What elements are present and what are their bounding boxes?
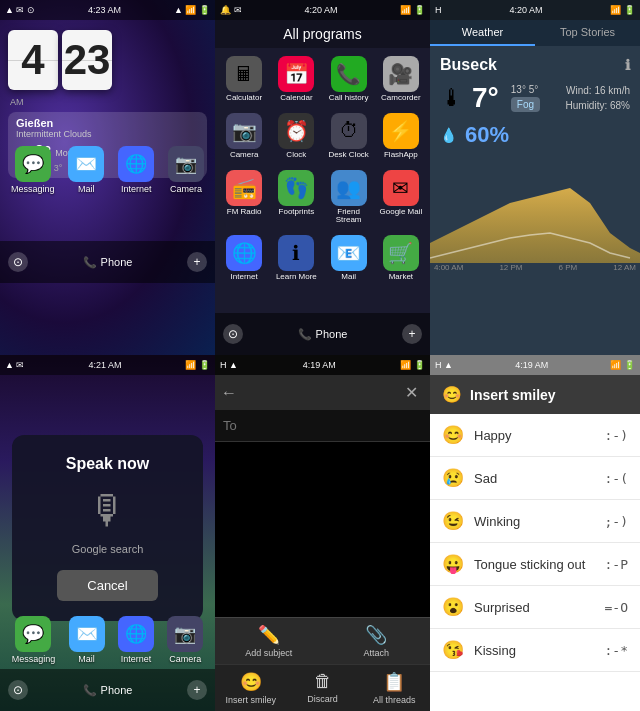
app-learnmore[interactable]: ℹ Learn More [271,231,321,286]
footprints-icon: 👣 [278,170,314,206]
app-camera[interactable]: 📷 Camera [219,109,269,164]
app-calculator[interactable]: 🖩 Calculator [219,52,269,107]
tab-top-stories[interactable]: Top Stories [535,20,640,46]
learnmore-label: Learn More [276,273,317,282]
voice-status-left: ▲ ✉ [5,360,24,370]
app-market[interactable]: 🛒 Market [376,231,426,286]
app-flash[interactable]: ⚡ FlashApp [376,109,426,164]
fmradio-icon: 📻 [226,170,262,206]
to-input[interactable] [215,410,430,442]
surprised-code: =-O [605,600,628,615]
voice-cancel-button[interactable]: Cancel [57,570,157,601]
smiley-tongue[interactable]: 😛 Tongue sticking out :-P [430,543,640,586]
insert-smiley-button[interactable]: 😊 Insert smiley [215,665,287,711]
rain-icon: 💧 [440,127,457,143]
v-camera-icon: 📷 [167,616,203,652]
home-status-left: ▲ ✉ ⊙ [5,5,35,15]
smiley-status-bar: H ▲ 4:19 AM 📶 🔋 [430,355,640,375]
compose-body[interactable] [215,442,430,642]
voice-status-time: 4:21 AM [88,360,121,370]
tab-weather[interactable]: Weather [430,20,535,46]
smiley-happy[interactable]: 😊 Happy :-) [430,414,640,457]
voice-back-btn[interactable]: ⊙ [8,680,28,700]
camera-icon: 📷 [168,146,204,182]
smiley-sad[interactable]: 😢 Sad :-( [430,457,640,500]
smiley-winking[interactable]: 😉 Winking ;-) [430,500,640,543]
home-icon-camera[interactable]: 📷 Camera [168,146,204,194]
chart-svg [430,163,640,263]
calculator-label: Calculator [226,94,262,103]
app-gmail[interactable]: ✉ Google Mail [376,166,426,230]
all-threads-button[interactable]: 📋 All threads [358,665,430,711]
winking-code: ;-) [605,514,628,529]
weather-status-time: 4:20 AM [509,5,542,15]
friendstream-icon: 👥 [331,170,367,206]
kissing-code: :-* [605,643,628,658]
home-screen: ▲ ✉ ⊙ 4:23 AM ▲ 📶 🔋 4 23 AM Gießen Inter… [0,0,215,355]
app-calendar[interactable]: 📅 Calendar [271,52,321,107]
home-icon-messaging[interactable]: 💬 Messaging [11,146,55,194]
market-label: Market [389,273,413,282]
app-clock[interactable]: ⏰ Clock [271,109,321,164]
home-icon-internet[interactable]: 🌐 Internet [118,146,154,194]
dock-phone-label: Phone [101,256,133,268]
smiley-surprised[interactable]: 😮 Surprised =-O [430,586,640,629]
weather-main: Buseck ℹ 🌡 7° 13° 5° Fog Wind: 16 km/h H… [430,46,640,158]
clock-hour: 4 [8,30,58,90]
insert-smiley-icon: 😊 [240,671,262,693]
add-subject-button[interactable]: ✏️ Add subject [215,618,323,664]
deskclock-icon: ⏱ [331,113,367,149]
discard-button[interactable]: 🗑 Discard [287,665,359,711]
apps-back-btn[interactable]: ⊙ [223,324,243,344]
voice-internet-icon[interactable]: 🌐 Internet [118,616,154,664]
weather-tabs: Weather Top Stories [430,20,640,46]
app-callhistory[interactable]: 📞 Call history [324,52,374,107]
calendar-label: Calendar [280,94,312,103]
app-internet[interactable]: 🌐 Internet [219,231,269,286]
voice-messaging-icon[interactable]: 💬 Messaging [12,616,56,664]
apps-add-btn[interactable]: + [402,324,422,344]
apps-phone-label: Phone [316,328,348,340]
weather-status-bar: H 4:20 AM 📶 🔋 [430,0,640,20]
home-icon-mail[interactable]: ✉️ Mail [68,146,104,194]
compose-toolbar: ✏️ Add subject 📎 Attach 😊 Insert smiley … [215,617,430,711]
voice-add-btn[interactable]: + [187,680,207,700]
rain-pct: 60% [465,122,509,148]
internet-app-label: Internet [231,273,258,282]
dock-phone[interactable]: 📞 Phone [83,256,133,269]
compose-status-right: 📶 🔋 [400,360,425,370]
voice-phone[interactable]: 📞 Phone [83,684,133,697]
chart-label-1: 4:00 AM [434,263,463,272]
apps-dock: ⊙ 📞 Phone + [215,313,430,355]
compose-close-icon[interactable]: ✕ [399,381,424,404]
app-fmradio[interactable]: 📻 FM Radio [219,166,269,230]
weather-city: Gießen [16,117,199,129]
all-threads-icon: 📋 [383,671,405,693]
camera-app-icon: 📷 [226,113,262,149]
friendstream-label: Friend Stream [326,208,372,226]
all-threads-label: All threads [373,695,416,705]
sad-emoji: 😢 [442,467,464,489]
app-camcorder[interactable]: 🎥 Camcorder [376,52,426,107]
tongue-emoji: 😛 [442,553,464,575]
app-deskclock[interactable]: ⏱ Desk Clock [324,109,374,164]
add-subject-label: Add subject [245,648,292,658]
voice-camera-icon[interactable]: 📷 Camera [167,616,203,664]
dock-back[interactable]: ⊙ [8,252,28,272]
app-friendstream[interactable]: 👥 Friend Stream [324,166,374,230]
app-footprints[interactable]: 👣 Footprints [271,166,321,230]
smiley-kissing[interactable]: 😘 Kissing :-* [430,629,640,672]
attach-button[interactable]: 📎 Attach [323,618,431,664]
dock-add[interactable]: + [187,252,207,272]
voice-dock: ⊙ 📞 Phone + [0,669,215,711]
compose-back-icon[interactable]: ← [221,384,237,402]
app-mail[interactable]: 📧 Mail [324,231,374,286]
apps-phone[interactable]: 📞 Phone [298,328,348,341]
mail-label: Mail [78,184,95,194]
voice-mail-icon[interactable]: ✉️ Mail [69,616,105,664]
happy-code: :-) [605,428,628,443]
v-messaging-icon: 💬 [15,616,51,652]
info-icon[interactable]: ℹ [625,57,630,73]
camcorder-label: Camcorder [381,94,421,103]
kissing-emoji: 😘 [442,639,464,661]
